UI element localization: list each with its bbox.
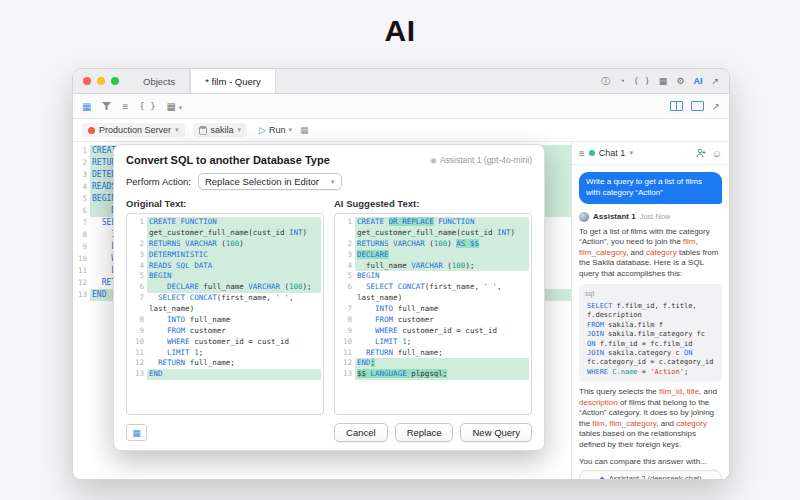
dialog-panels: 1CREATE FUNCTION get_customer_full_name(… (126, 213, 532, 415)
tab-objects-label: Objects (143, 76, 175, 87)
line-number: 2 (73, 157, 90, 169)
line-number: 3 (73, 169, 90, 181)
emoji-icon[interactable]: ☺ (712, 148, 722, 159)
line-number: 12 (129, 358, 147, 369)
code-line: 7 INTO full_name (337, 304, 529, 315)
close-window-icon[interactable] (83, 77, 91, 85)
code-line: 12END; (337, 358, 529, 369)
original-text-label: Original Text: (126, 198, 324, 209)
grid-icon[interactable]: ▦ (659, 77, 668, 86)
traffic-lights (73, 69, 129, 93)
dialog-title: Convert SQL to another Database Type (126, 154, 330, 166)
line-number: 8 (129, 315, 147, 326)
cancel-button[interactable]: Cancel (334, 423, 388, 442)
code-line: 3DECLARE (337, 250, 529, 261)
line-number: 3 (337, 250, 355, 261)
chat-title[interactable]: Chat 1 (599, 148, 626, 158)
braces-icon[interactable]: { } (139, 101, 155, 111)
layout-toggle-icon[interactable]: ▦ (126, 424, 147, 441)
convert-sql-dialog: Convert SQL to another Database Type ◉ A… (113, 144, 545, 451)
single-view-icon[interactable] (691, 101, 704, 111)
tab-film-query-label: * film - Query (205, 76, 260, 87)
gear-icon[interactable]: ⚙ (676, 77, 684, 86)
line-number: 11 (73, 265, 90, 277)
database-selector[interactable]: sakila ▾ (193, 123, 248, 137)
line-number: 12 (337, 358, 355, 369)
code-line: 13$$ LANGUAGE plpgsql; (337, 369, 529, 380)
line-number: 1 (129, 217, 147, 239)
history-icon[interactable]: ◔ (619, 77, 624, 86)
line-number: 8 (337, 315, 355, 326)
replace-button[interactable]: Replace (395, 423, 454, 442)
line-number: 1 (73, 145, 90, 157)
zoom-window-icon[interactable] (111, 77, 119, 85)
suggested-text-panel[interactable]: 1CREATE OR REPLACE FUNCTION get_customer… (334, 213, 532, 415)
line-number: 5 (129, 271, 147, 282)
parentheses-icon[interactable]: ( ) (634, 77, 650, 86)
menu-icon[interactable]: ≡ (579, 148, 585, 159)
perform-action-select[interactable]: Replace Selection in Editor ▾ (198, 173, 342, 190)
server-status-icon (88, 127, 95, 134)
code-line: 1CREATE FUNCTION get_customer_full_name(… (129, 217, 321, 239)
chat-header: ≡ Chat 1 ▾ ☺ (572, 142, 729, 165)
tab-film-query[interactable]: * film - Query (190, 69, 275, 93)
split-view-icon[interactable] (670, 101, 683, 111)
line-number: 6 (73, 205, 90, 217)
line-number: 7 (337, 304, 355, 315)
assistant-meta: Assistant 1 Just Now (579, 212, 722, 222)
code-line: 6 SELECT CONCAT(first_name, ' ', last_na… (337, 282, 529, 304)
code-line: 5BEGIN (337, 271, 529, 282)
line-number: 2 (337, 239, 355, 250)
compare-label: You can compare this answer with... (579, 457, 722, 466)
open-table-icon[interactable]: ▦ (300, 125, 309, 135)
window-tabbar: Objects * film - Query ⓘ ◔ ( ) ▦ ⚙ AI ↗ (73, 69, 729, 94)
original-text-panel[interactable]: 1CREATE FUNCTION get_customer_full_name(… (126, 213, 324, 415)
assistant-2-icon: ◆ (599, 475, 604, 479)
line-number: 11 (129, 348, 147, 359)
ai-panel-button[interactable]: AI (693, 76, 702, 86)
fullscreen-icon[interactable]: ↗ (712, 101, 720, 112)
code-line: 9 WHERE customer_id = cust_id (337, 326, 529, 337)
page-title: AI (0, 14, 800, 48)
perform-action-row: Perform Action: Replace Selection in Edi… (126, 173, 532, 190)
add-assistant-icon[interactable] (696, 148, 706, 158)
dialog-assistant-label: Assistant 1 (gpt-4o-mini) (440, 155, 532, 165)
assistant-2-button[interactable]: ◆Assistant 2 (deepseek-chat) (579, 470, 722, 479)
new-query-button[interactable]: New Query (460, 423, 532, 442)
assistant-timestamp: Just Now (640, 212, 671, 221)
run-button[interactable]: ▷ Run ▾ (259, 125, 292, 135)
filter-icon[interactable] (102, 101, 111, 112)
code-line: 10 WHERE customer_id = cust_id (129, 337, 321, 348)
code-line: 2RETURNS VARCHAR (100) (129, 239, 321, 250)
code-line: JOIN sakila.category c ON fc.category_id… (585, 349, 716, 368)
code-line: 1CREATE OR REPLACE FUNCTION get_customer… (337, 217, 529, 239)
minimize-window-icon[interactable] (97, 77, 105, 85)
line-number: 13 (73, 289, 90, 301)
original-code: 1CREATE FUNCTION get_customer_full_name(… (129, 217, 321, 380)
compare-options: ◆Assistant 2 (deepseek-chat)★Assistant 3… (579, 466, 722, 479)
tabbar-actions: ⓘ ◔ ( ) ▦ ⚙ AI ↗ (591, 69, 729, 93)
connection-bar: Production Server ▾ sakila ▾ ▷ Run ▾ ▦ (73, 119, 729, 142)
toolbar-right: ↗ (670, 101, 720, 112)
rows-icon[interactable]: ≡ (122, 101, 128, 112)
run-label: Run (269, 125, 286, 135)
line-number: 13 (129, 369, 147, 380)
main-area: 1CREATE FUNCTION get_customer_full_name(… (73, 142, 729, 479)
code-line: SELECT f.film_id, f.title, f.description (585, 302, 716, 321)
line-number: 6 (129, 282, 147, 293)
code-line: 11 RETURN full_name; (337, 348, 529, 359)
expand-icon[interactable]: ↗ (711, 77, 719, 86)
info-icon[interactable]: ⓘ (601, 77, 610, 86)
tab-objects[interactable]: Objects (129, 69, 190, 93)
server-selector[interactable]: Production Server ▾ (82, 123, 185, 137)
chat-sql-code: SELECT f.film_id, f.title, f.description… (585, 302, 716, 378)
line-number: 13 (337, 369, 355, 380)
code-line: 4READS SQL DATA (129, 261, 321, 272)
assistant-paragraph: To get a list of films with the category… (579, 227, 722, 280)
table-structure-icon[interactable]: ▦ (82, 101, 91, 112)
chat-code-block[interactable]: sql SELECT f.film_id, f.title, f.descrip… (579, 284, 722, 382)
line-number: 10 (337, 337, 355, 348)
table-picker[interactable]: ▦ ▾ (167, 101, 183, 112)
line-number: 7 (73, 217, 90, 229)
filter-funnel-icon (102, 102, 111, 110)
